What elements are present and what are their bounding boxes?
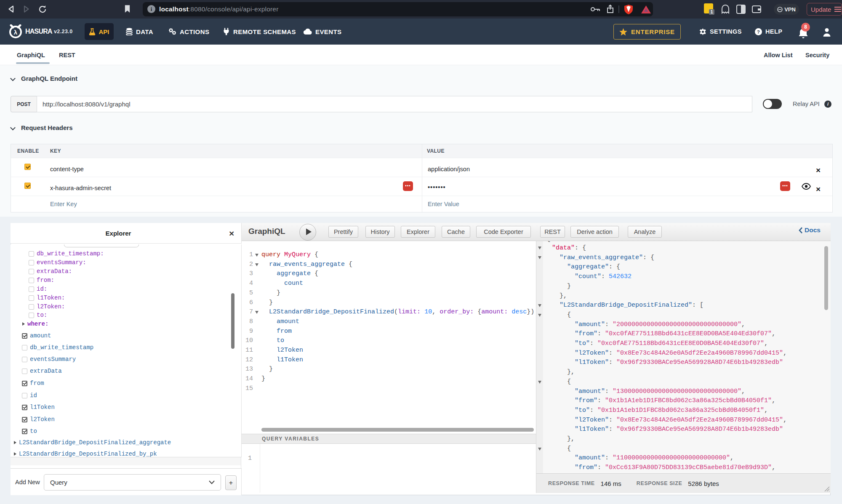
svg-text:?: ?	[757, 29, 760, 34]
svg-text:λ: λ	[14, 29, 18, 36]
